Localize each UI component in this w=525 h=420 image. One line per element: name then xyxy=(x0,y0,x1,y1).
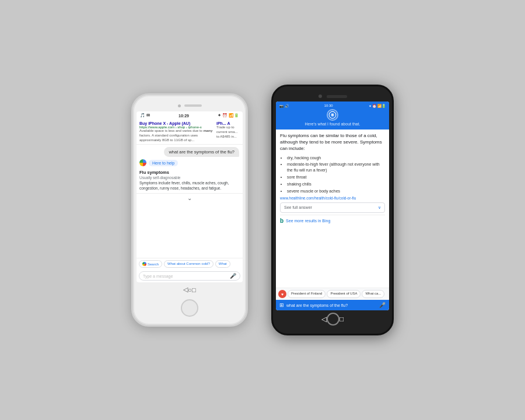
cortana-input-row[interactable]: ⊞ what are the symptoms of the flu? 🎤 xyxy=(276,300,389,310)
iphone-screen: 🎵 ✉ 10:29 ✦ ⏰ 📶🔋 Buy iPhone X - Apple (A… xyxy=(136,111,243,282)
front-camera xyxy=(178,104,181,107)
search-results-area: Buy iPhone X - Apple (AU) https://www.ap… xyxy=(136,120,243,145)
search-snippet-1: Available space is less and varies due t… xyxy=(139,129,214,142)
suggestion-chips: Search What about Common cold? What xyxy=(136,258,243,270)
flu-card-subtitle: Usually self-diagnosable xyxy=(139,176,240,180)
flu-card-title: Flu symptoms xyxy=(139,170,240,175)
cortana-main-text: Flu symptoms can be similar to those of … xyxy=(280,132,385,152)
overview-button[interactable]: □ xyxy=(192,286,196,293)
android-home-button[interactable] xyxy=(327,313,340,326)
android-overview-button[interactable]: □ xyxy=(340,315,344,323)
symptom-4: shaking chills xyxy=(287,181,385,187)
status-bar-blue: 📷 🔊 10:30 ✦ ⏰ 📶🔋 xyxy=(279,104,386,108)
cortana-subtitle: Here's what I found about that. xyxy=(279,122,386,126)
iphone-nav-bar: ◁ ○ □ xyxy=(174,284,205,296)
chevron-down-icon: ∨ xyxy=(378,205,381,211)
iphone-home-button[interactable] xyxy=(181,299,198,317)
symptom-1: dry, hacking cough xyxy=(287,155,385,161)
bing-text: See more results in Bing xyxy=(286,218,330,224)
svg-point-2 xyxy=(332,114,333,116)
status-time: 10:29 xyxy=(178,114,189,118)
mic-icon[interactable]: 🎤 xyxy=(230,273,236,279)
search-link-2[interactable]: iPh... A xyxy=(216,121,240,125)
home-button[interactable]: ○ xyxy=(188,286,192,293)
chip-common-cold[interactable]: What about Common cold? xyxy=(164,260,214,268)
flu-card-body: Symptoms include fever, chills, muscle a… xyxy=(139,181,240,191)
cortana-mic-icon[interactable]: 🎤 xyxy=(379,302,386,308)
grid-icon[interactable]: ⊞ xyxy=(279,302,284,308)
speaker-black xyxy=(327,95,347,98)
android-phone-black: 📷 🔊 10:30 ✦ ⏰ 📶🔋 Here's what I found abo… xyxy=(271,85,394,335)
flu-card: Flu symptoms Usually self-diagnosable Sy… xyxy=(136,167,243,194)
cortana-query-text: what are the symptoms of the flu? xyxy=(286,303,377,307)
expand-chevron[interactable]: ⌄ xyxy=(136,194,243,202)
iphone-white: 🎵 ✉ 10:29 ✦ ⏰ 📶🔋 Buy iPhone X - Apple (A… xyxy=(131,93,248,327)
iphone-top-bar xyxy=(178,101,202,110)
symptom-2: moderate-to-high fever (although not eve… xyxy=(287,162,385,173)
status-bar-white: 🎵 ✉ 10:29 ✦ ⏰ 📶🔋 xyxy=(136,111,243,120)
front-camera-black xyxy=(318,94,322,98)
symptom-3: sore throat xyxy=(287,174,385,180)
cortana-status-time: 10:30 xyxy=(324,104,333,108)
input-placeholder: Type a message xyxy=(143,274,173,278)
android-nav-bar: ◁ □ xyxy=(316,310,349,328)
cortana-chip-2[interactable]: President of USA xyxy=(327,290,360,298)
cortana-suggestion-chips: ♥ President of Finland President of USA … xyxy=(276,288,389,300)
cortana-status-icons-right: ✦ ⏰ 📶🔋 xyxy=(369,104,386,108)
message-input-bar[interactable]: Type a message 🎤 xyxy=(139,271,240,281)
cortana-chip-3[interactable]: What ca... xyxy=(362,290,384,298)
cortana-chip-1[interactable]: President of Finland xyxy=(288,290,326,298)
status-icons-left: 🎵 ✉ xyxy=(140,113,150,118)
cortana-content: Flu symptoms can be similar to those of … xyxy=(276,130,389,288)
bing-results-row[interactable]: b See more results in Bing xyxy=(280,215,385,227)
see-full-answer-button[interactable]: See full answer ∨ xyxy=(280,202,385,213)
user-message-bubble: what are the symptoms of the flu? xyxy=(164,147,239,157)
google-icon-small xyxy=(142,262,146,266)
back-button[interactable]: ◁ xyxy=(183,286,188,293)
search-chip[interactable]: Search xyxy=(139,260,162,268)
android-top-bar xyxy=(318,91,347,102)
google-assistant-icon xyxy=(139,159,146,166)
cortana-screen: 📷 🔊 10:30 ✦ ⏰ 📶🔋 Here's what I found abo… xyxy=(276,102,389,310)
cortana-header: 📷 🔊 10:30 ✦ ⏰ 📶🔋 Here's what I found abo… xyxy=(276,102,389,130)
flu-symptoms-list: dry, hacking cough moderate-to-high feve… xyxy=(280,155,385,194)
assistant-row: Here to help xyxy=(136,158,243,167)
here-to-help-label: Here to help xyxy=(149,160,178,166)
cortana-logo xyxy=(327,109,338,121)
source-link[interactable]: www.healthline.com/health/cold-flu/cold-… xyxy=(280,195,385,201)
status-icons-right: ✦ ⏰ 📶🔋 xyxy=(218,113,239,118)
search-link-1[interactable]: Buy iPhone X - Apple (AU) xyxy=(139,121,214,125)
heart-icon: ♥ xyxy=(278,290,286,298)
symptom-5: severe muscle or body aches xyxy=(287,188,385,194)
cortana-status-icons-left: 📷 🔊 xyxy=(279,104,289,108)
chip-what[interactable]: What xyxy=(215,260,230,268)
android-back-button[interactable]: ◁ xyxy=(321,315,327,323)
search-snippet-2: Trade up to current sma... to A$485 in..… xyxy=(216,125,240,139)
bing-icon: b xyxy=(280,217,284,225)
speaker xyxy=(184,104,202,107)
